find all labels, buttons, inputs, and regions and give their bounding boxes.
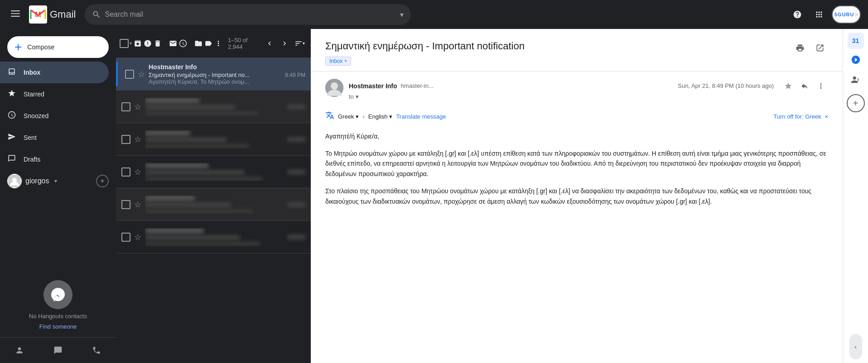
select-all-wrapper[interactable]: ▾ [120,39,132,48]
phone-icon-btn[interactable] [87,341,106,359]
open-new-window-button[interactable] [812,40,828,56]
email-star-3[interactable]: ☆ [134,167,141,177]
topbar-actions: 5GURU [788,5,861,24]
search-chevron-icon[interactable]: ▾ [400,10,404,19]
email-item-1[interactable]: ☆ [116,91,311,123]
sender-avatar [325,79,343,97]
sender-name: Hostmaster Info [349,82,397,90]
move-to-button[interactable] [194,35,203,52]
label-button[interactable] [204,35,212,52]
apps-button[interactable] [810,5,828,24]
svg-text:M: M [35,11,41,19]
to-lang-chevron: ▾ [389,113,392,120]
sidebar-add-account-button[interactable]: + [96,175,109,187]
inbox-badge-close[interactable]: × [344,58,347,63]
search-input[interactable] [105,10,396,19]
gmail-logo-icon: M [29,5,47,24]
contacts-sidebar-button[interactable] [847,71,865,89]
search-bar[interactable]: ▾ [85,4,411,25]
prev-page-button[interactable] [263,35,276,52]
archive-button[interactable] [134,35,142,52]
email-checkbox-5[interactable] [121,233,130,242]
mark-unread-button[interactable] [169,35,177,52]
email-star-2[interactable]: ☆ [134,134,141,144]
next-page-button[interactable] [278,35,291,52]
turn-off-translate-button[interactable]: Turn off for: Greek × [773,113,828,120]
toolbar-right: 1–50 of 2,944 ▾ ▾ [224,35,311,52]
email-item-2[interactable]: ☆ [116,123,311,156]
hangouts-find-someone-link[interactable]: Find someone [39,323,77,330]
to-language-selector[interactable]: English ▾ [368,113,393,120]
sent-icon [7,133,16,143]
sent-label: Sent [24,134,37,141]
starred-icon [7,89,16,99]
inbox-badge-label: Inbox [329,58,342,64]
sidebar-item-sent[interactable]: Sent [0,127,109,148]
star-message-button[interactable] [781,79,796,93]
email-date: Sun, Apr 21, 8:49 PM (10 hours ago) [678,82,774,89]
email-star-1[interactable]: ☆ [134,102,141,112]
email-list: ▾ [116,29,311,363]
report-spam-button[interactable] [144,35,152,52]
email-star-4[interactable]: ☆ [134,200,141,210]
expand-sidebar-button[interactable]: ‹ [849,334,862,359]
sidebar-item-inbox[interactable]: Inbox [0,62,109,83]
print-button[interactable] [792,40,808,56]
account-arrow-icon: ▾ [54,178,57,184]
gmail-title: Gmail [50,9,76,20]
account-avatar-button[interactable]: 5GURU [832,5,861,24]
email-content-2 [145,130,284,148]
translate-message-link[interactable]: Translate message [396,113,446,120]
email-preview-1 [145,111,258,116]
compose-button[interactable]: + Compose [7,36,109,58]
sender-email: hmaster-in... [401,82,434,89]
snooze-button[interactable] [179,35,187,52]
right-sidebar: 31 + ‹ [843,29,868,363]
sidebar-account[interactable]: giorgos ▾ + [0,170,116,192]
delete-button[interactable] [154,35,162,52]
email-meta-icons [781,79,828,93]
email-content-0: Hostmaster Info Σημαντική ενημέρωση - Im… [149,63,281,85]
email-content-5 [145,228,284,246]
tasks-sidebar-button[interactable] [847,51,865,69]
reply-button[interactable] [797,79,812,93]
drafts-label: Drafts [24,156,40,163]
email-star-5[interactable]: ☆ [134,232,141,242]
hangouts-no-contacts-text: No Hangouts contacts [29,313,87,320]
hangouts-icon [43,280,72,309]
add-sidebar-app-button[interactable]: + [847,94,865,112]
more-message-options-button[interactable] [814,79,828,93]
hangouts-chat-icon-btn[interactable] [49,341,67,359]
turn-off-x-icon[interactable]: × [825,113,828,120]
snoozed-label: Snoozed [24,112,48,119]
email-star-0[interactable]: ☆ [138,69,145,79]
to-chevron-icon[interactable]: ▾ [356,93,359,100]
to-lang-label: English [368,113,388,120]
email-toolbar: ▾ [116,29,311,58]
select-dropdown-icon[interactable]: ▾ [130,41,132,46]
email-detail-title-area: Σημαντική ενημέρωση - Important notifica… [325,40,786,66]
contacts-icon-btn[interactable] [10,341,29,359]
email-checkbox-4[interactable] [121,200,130,209]
email-item-3[interactable]: ☆ [116,156,311,188]
email-item-selected[interactable]: ☆ Hostmaster Info Σημαντική ενημέρωση - … [116,58,311,91]
menu-button[interactable] [7,5,24,24]
inbox-icon [7,67,16,77]
email-checkbox-0[interactable] [125,70,134,79]
from-language-selector[interactable]: Greek ▾ [338,113,359,120]
email-item-5[interactable]: ☆ [116,221,311,253]
email-checkbox-3[interactable] [121,167,130,177]
sidebar-item-snoozed[interactable]: Snoozed [0,105,109,127]
email-item-4[interactable]: ☆ [116,188,311,221]
email-checkbox-2[interactable] [121,135,130,144]
email-preview-0: Αγαπητέ/ή Κύριε/α, Το Μητρώο ονομ... [149,78,281,85]
sidebar-item-drafts[interactable]: Drafts [0,148,109,170]
snoozed-icon [7,111,16,121]
calendar-sidebar-button[interactable]: 31 [848,33,864,49]
email-checkbox-1[interactable] [121,102,130,111]
select-all-checkbox[interactable] [120,39,129,48]
help-button[interactable] [788,5,806,24]
layout-button[interactable]: ▾ [293,35,306,52]
more-options-button[interactable] [214,35,222,52]
sidebar-item-starred[interactable]: Starred [0,83,109,105]
